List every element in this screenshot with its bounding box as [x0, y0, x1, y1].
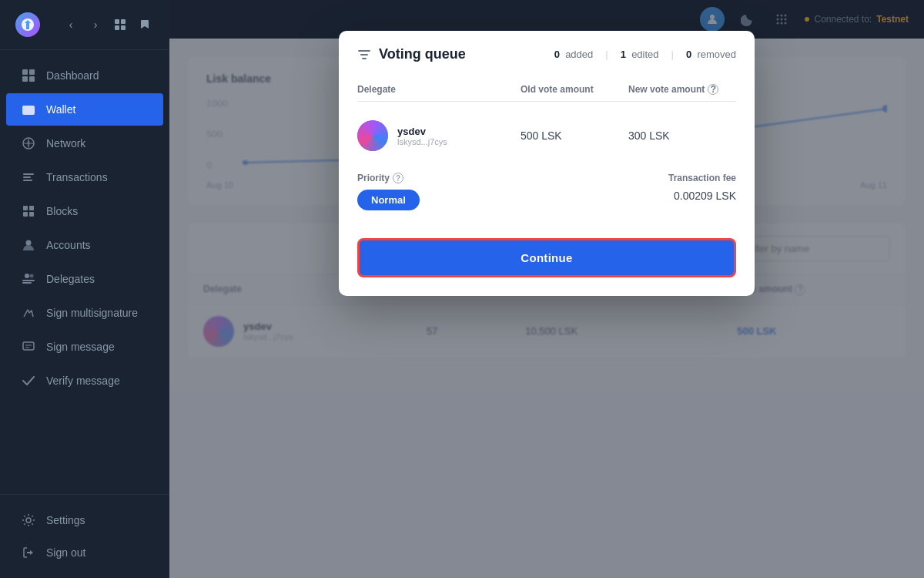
- modal-footer: Continue: [339, 226, 755, 296]
- sign-message-icon: [22, 340, 35, 354]
- modal-delegate-info: ysdev lskysd...j7cys: [357, 120, 521, 151]
- stat-added-value: 0: [554, 49, 560, 60]
- svg-point-23: [30, 274, 34, 278]
- sidebar-item-wallet[interactable]: Wallet: [6, 93, 163, 126]
- sidebar-item-sign-out[interactable]: Sign out: [6, 536, 163, 569]
- stat-added-label: added: [565, 49, 593, 60]
- sidebar-bottom: Settings Sign out: [0, 494, 169, 578]
- nav-bookmark-button[interactable]: [136, 15, 154, 34]
- svg-point-25: [26, 518, 31, 523]
- sidebar-item-sign-message[interactable]: Sign message: [6, 331, 163, 363]
- app-logo: [15, 12, 40, 37]
- multisig-icon: [22, 306, 35, 320]
- sidebar-item-accounts[interactable]: Accounts: [6, 229, 163, 261]
- old-vote-amount: 500 LSK: [521, 129, 628, 142]
- nav-controls: ‹ ›: [62, 15, 154, 34]
- nav-back-button[interactable]: ‹: [62, 15, 80, 34]
- sidebar-nav: Dashboard Wallet Network: [0, 50, 169, 494]
- sidebar-item-dashboard[interactable]: Dashboard: [6, 59, 163, 92]
- new-vote-amount: 300 LSK: [628, 129, 736, 142]
- stat-edited-value: 1: [621, 49, 626, 60]
- stat-edited-label: edited: [631, 49, 658, 60]
- continue-button[interactable]: Continue: [357, 238, 736, 277]
- sidebar-item-label: Delegates: [46, 273, 95, 285]
- svg-point-19: [26, 240, 32, 246]
- svg-rect-14: [23, 180, 32, 181]
- modal-delegate-name: ysdev: [397, 126, 447, 137]
- priority-info-icon[interactable]: ?: [393, 173, 403, 183]
- sidebar-item-label: Sign multisignature: [46, 307, 138, 319]
- svg-rect-4: [121, 25, 126, 30]
- main-content: Connected to: Testnet Lisk balance 1000 …: [169, 0, 924, 578]
- modal-header: Voting queue 0 added | 1 edited | 0: [339, 31, 755, 62]
- stat-removed-value: 0: [686, 49, 691, 60]
- wallet-icon: [22, 102, 35, 116]
- svg-rect-18: [29, 212, 34, 217]
- svg-rect-12: [23, 173, 34, 175]
- sidebar-item-label: Settings: [46, 514, 85, 526]
- sidebar-logo-area: ‹ ›: [0, 0, 169, 50]
- priority-fee-section: Priority ? Normal Transaction fee 0.0020…: [357, 160, 736, 210]
- modal-title: Voting queue: [379, 46, 466, 62]
- blocks-icon: [22, 204, 35, 218]
- fee-label: Transaction fee: [668, 173, 736, 183]
- sidebar-item-label: Sign out: [46, 546, 85, 559]
- fee-value: 0.00209 LSK: [668, 190, 736, 202]
- svg-rect-1: [115, 19, 119, 24]
- priority-normal-button[interactable]: Normal: [357, 190, 420, 210]
- sidebar: ‹ › Dashboard: [0, 0, 169, 578]
- modal-stats: 0 added | 1 edited | 0 removed: [554, 49, 736, 60]
- sidebar-item-network[interactable]: Network: [6, 127, 163, 160]
- modal-body: Delegate Old vote amount New vote amount…: [339, 62, 755, 226]
- filter-icon: [357, 48, 371, 62]
- svg-rect-20: [22, 280, 35, 281]
- stat-removed-label: removed: [697, 49, 736, 60]
- verify-message-icon: [22, 374, 35, 388]
- svg-rect-3: [115, 25, 119, 30]
- sidebar-item-label: Wallet: [46, 103, 75, 116]
- priority-label: Priority ?: [357, 173, 420, 183]
- svg-rect-16: [29, 206, 34, 210]
- sidebar-item-label: Dashboard: [46, 69, 99, 82]
- priority-group: Priority ? Normal: [357, 173, 420, 210]
- svg-rect-10: [30, 109, 33, 112]
- accounts-icon: [22, 238, 35, 252]
- sidebar-item-delegates[interactable]: Delegates: [6, 263, 163, 295]
- sidebar-item-transactions[interactable]: Transactions: [6, 161, 163, 193]
- svg-rect-5: [22, 69, 28, 75]
- nav-forward-button[interactable]: ›: [86, 15, 105, 34]
- modal-list-header: Delegate Old vote amount New vote amount…: [357, 78, 736, 102]
- svg-rect-13: [23, 176, 31, 178]
- svg-rect-2: [121, 19, 126, 24]
- sidebar-item-verify-message[interactable]: Verify message: [6, 365, 163, 397]
- transactions-icon: [22, 170, 35, 184]
- col-new-vote-header: New vote amount ?: [628, 84, 736, 95]
- sidebar-item-label: Transactions: [46, 171, 108, 183]
- network-icon: [22, 136, 35, 150]
- svg-rect-8: [29, 76, 35, 82]
- new-vote-info-icon[interactable]: ?: [708, 84, 718, 95]
- modal-overlay: Voting queue 0 added | 1 edited | 0: [169, 0, 924, 578]
- grid-icon: [22, 69, 35, 82]
- gear-icon: [22, 513, 35, 527]
- svg-rect-17: [23, 212, 28, 217]
- fee-section: Transaction fee 0.00209 LSK: [668, 173, 736, 202]
- sidebar-item-label: Accounts: [46, 239, 91, 251]
- svg-rect-6: [29, 69, 35, 75]
- svg-rect-15: [23, 206, 28, 210]
- sidebar-item-label: Verify message: [46, 375, 120, 387]
- sidebar-item-settings[interactable]: Settings: [6, 504, 163, 536]
- modal-delegate-avatar: [357, 120, 388, 151]
- sidebar-item-blocks[interactable]: Blocks: [6, 195, 163, 227]
- modal-delegate-address: lskysd...j7cys: [397, 137, 447, 146]
- svg-rect-21: [22, 282, 32, 284]
- col-old-vote-header: Old vote amount: [521, 84, 628, 95]
- col-delegate-header: Delegate: [357, 84, 521, 95]
- nav-grid-button[interactable]: [111, 15, 129, 34]
- sidebar-item-label: Blocks: [46, 205, 78, 217]
- delegates-icon: [22, 272, 35, 286]
- svg-point-22: [25, 274, 29, 278]
- signout-icon: [22, 546, 35, 560]
- sidebar-item-sign-multisig[interactable]: Sign multisignature: [6, 297, 163, 329]
- sidebar-item-label: Sign message: [46, 341, 115, 353]
